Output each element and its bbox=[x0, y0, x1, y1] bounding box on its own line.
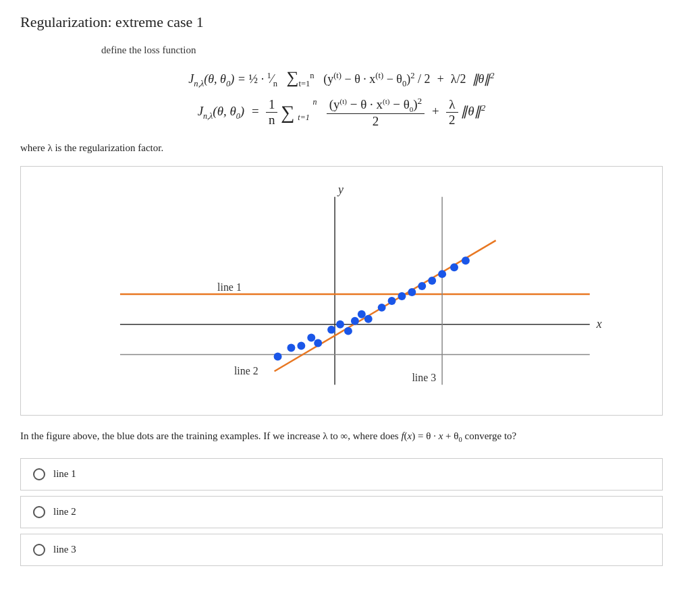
line1-label: line 1 bbox=[217, 281, 242, 293]
y-axis-label: y bbox=[337, 183, 344, 196]
dot bbox=[388, 297, 396, 305]
graph-svg: x y line 1 line 2 line 3 bbox=[31, 177, 652, 405]
radio-line1[interactable] bbox=[33, 468, 45, 480]
option-line1[interactable]: line 1 bbox=[20, 458, 663, 491]
formula-math: Jn,λ(θ, θ0) = 1 n ∑ t=1 n (y(t) − θ · x(… bbox=[20, 96, 663, 129]
option-line2-label: line 2 bbox=[53, 506, 76, 517]
dot bbox=[418, 282, 426, 290]
dot bbox=[327, 325, 335, 333]
graph-area: x y line 1 line 2 line 3 bbox=[20, 166, 663, 416]
dot bbox=[307, 333, 315, 341]
x-axis-label: x bbox=[596, 316, 602, 330]
line3-label: line 3 bbox=[412, 372, 436, 383]
where-lambda-text: where λ is the regularization factor. bbox=[20, 142, 663, 154]
dot bbox=[297, 341, 305, 349]
option-line3-label: line 3 bbox=[53, 544, 76, 555]
dot bbox=[314, 339, 322, 347]
option-line1-label: line 1 bbox=[53, 468, 76, 480]
radio-line3[interactable] bbox=[33, 544, 45, 556]
dot bbox=[287, 343, 295, 352]
dot bbox=[450, 263, 458, 271]
dot bbox=[438, 270, 446, 278]
line2-label: line 2 bbox=[234, 365, 258, 376]
dot bbox=[351, 316, 359, 325]
option-line3[interactable]: line 3 bbox=[20, 534, 663, 566]
page-title: Regularization: extreme case 1 bbox=[20, 13, 663, 31]
dot bbox=[378, 304, 386, 312]
dot bbox=[336, 320, 344, 328]
subtitle-text: define the loss function bbox=[101, 45, 663, 56]
dot bbox=[344, 327, 352, 335]
radio-line2[interactable] bbox=[33, 506, 45, 518]
option-line2[interactable]: line 2 bbox=[20, 496, 663, 528]
dot bbox=[274, 352, 282, 360]
dot bbox=[364, 315, 373, 323]
dot bbox=[408, 288, 416, 296]
dot bbox=[398, 292, 406, 300]
question-text: In the figure above, the blue dots are t… bbox=[20, 428, 663, 446]
dot bbox=[358, 310, 366, 318]
dot bbox=[428, 277, 436, 285]
formula-display: Jn,λ(θ, θ0) = ½ · 1⁄n ∑t=1n (y(t) − θ · … bbox=[20, 68, 663, 89]
options-list: line 1 line 2 line 3 bbox=[20, 458, 663, 566]
dot bbox=[462, 256, 470, 264]
